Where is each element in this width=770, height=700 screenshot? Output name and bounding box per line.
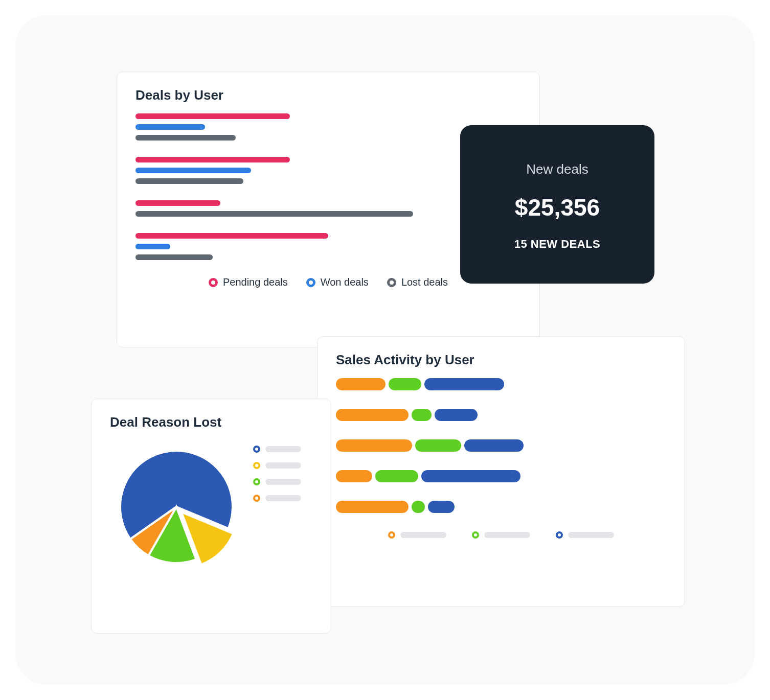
- deal-reason-lost-legend: [253, 440, 301, 502]
- bar-segment: [135, 113, 290, 119]
- circle-icon: [209, 278, 218, 287]
- legend-item: [253, 495, 301, 502]
- deal-reason-lost-body: [110, 440, 312, 573]
- bar-segment: [135, 135, 236, 141]
- bar-segment: [412, 501, 425, 513]
- bar-segment: [135, 254, 213, 260]
- bar-segment: [336, 378, 386, 390]
- stacked-row: [336, 409, 666, 421]
- deals-by-user-title: Deals by User: [135, 87, 521, 103]
- bar-segment: [464, 439, 524, 452]
- new-deals-sub: 15 NEW DEALS: [479, 238, 636, 251]
- legend-item: [388, 531, 446, 539]
- legend-won: Won deals: [306, 276, 369, 288]
- deal-reason-lost-title: Deal Reason Lost: [110, 414, 312, 430]
- dashboard-canvas: Deals by User Pending deals Won deals Lo…: [15, 15, 755, 685]
- bar-segment: [428, 501, 455, 513]
- stacked-row: [336, 439, 666, 452]
- bar-segment: [135, 200, 220, 206]
- circle-icon: [253, 495, 260, 502]
- new-deals-value: $25,356: [479, 194, 636, 221]
- sales-activity-title: Sales Activity by User: [336, 352, 666, 368]
- bar-segment: [135, 178, 243, 184]
- legend-pending-label: Pending deals: [223, 276, 288, 288]
- legend-item: [253, 462, 301, 469]
- stacked-row: [336, 378, 666, 390]
- legend-lost: Lost deals: [387, 276, 448, 288]
- bar-segment: [421, 470, 520, 482]
- legend-lost-label: Lost deals: [401, 276, 448, 288]
- bar-segment: [424, 378, 504, 390]
- circle-icon: [556, 531, 563, 539]
- circle-icon: [388, 531, 395, 539]
- sales-activity-chart: [336, 378, 666, 513]
- bar-segment: [336, 501, 409, 513]
- bar-segment: [435, 409, 478, 421]
- redacted-label: [265, 462, 301, 469]
- bar-segment: [375, 470, 418, 482]
- new-deals-card: New deals $25,356 15 NEW DEALS: [460, 125, 654, 284]
- bar-segment: [389, 378, 422, 390]
- bar-segment: [135, 157, 290, 162]
- redacted-label: [265, 479, 301, 485]
- redacted-label: [568, 532, 614, 538]
- bar-segment: [135, 244, 170, 249]
- bar-segment: [412, 409, 432, 421]
- legend-pending: Pending deals: [209, 276, 288, 288]
- circle-icon: [472, 531, 479, 539]
- circle-icon: [253, 462, 260, 469]
- stacked-row: [336, 501, 666, 513]
- circle-icon: [253, 446, 260, 453]
- bar-segment: [135, 233, 328, 239]
- stacked-row: [336, 470, 666, 482]
- bar-segment: [336, 409, 409, 421]
- legend-item: [556, 531, 614, 539]
- bar-segment: [135, 168, 251, 173]
- redacted-label: [265, 446, 301, 452]
- bar-segment: [415, 439, 461, 452]
- legend-won-label: Won deals: [321, 276, 369, 288]
- legend-item: [253, 478, 301, 485]
- bar-segment: [135, 211, 413, 217]
- legend-item: [253, 446, 301, 453]
- circle-icon: [387, 278, 396, 287]
- redacted-label: [400, 532, 446, 538]
- sales-activity-card: Sales Activity by User: [317, 336, 685, 607]
- circle-icon: [306, 278, 315, 287]
- bar-segment: [336, 470, 372, 482]
- deal-reason-lost-card: Deal Reason Lost: [91, 399, 331, 634]
- circle-icon: [253, 478, 260, 485]
- sales-activity-legend: [336, 531, 666, 539]
- new-deals-title: New deals: [479, 161, 636, 177]
- redacted-label: [484, 532, 530, 538]
- bar-segment: [135, 124, 205, 130]
- bar-segment: [336, 439, 412, 452]
- redacted-label: [265, 495, 301, 501]
- deal-reason-lost-pie: [110, 440, 243, 573]
- legend-item: [472, 531, 530, 539]
